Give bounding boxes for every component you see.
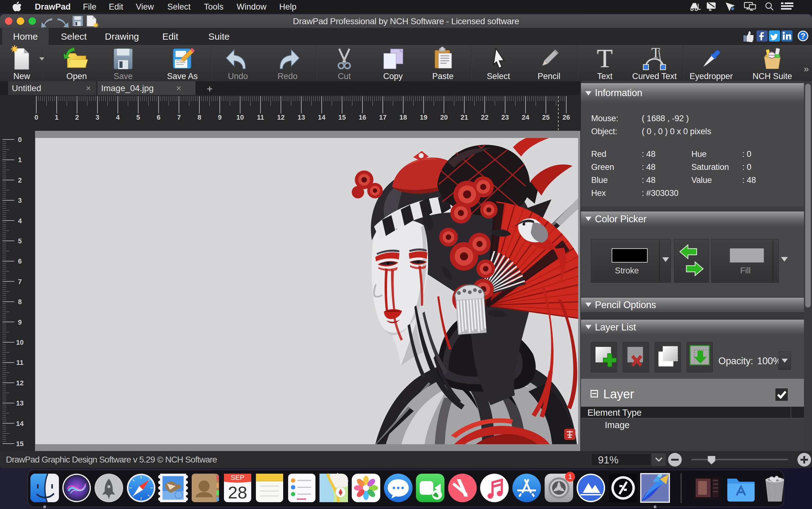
svg-text:10: 10 (16, 339, 24, 346)
svg-text:15: 15 (338, 113, 346, 121)
svg-text:16: 16 (359, 113, 366, 121)
svg-text:91%: 91% (598, 454, 618, 466)
svg-text:2: 2 (75, 113, 79, 121)
svg-text:21: 21 (461, 113, 468, 121)
svg-text:22: 22 (481, 113, 488, 121)
svg-text:9: 9 (18, 318, 22, 326)
svg-text:T: T (651, 45, 660, 61)
svg-text:18: 18 (399, 113, 407, 121)
svg-text:14: 14 (318, 113, 326, 121)
svg-text:11: 11 (257, 113, 264, 121)
svg-text:0: 0 (18, 136, 22, 143)
svg-text:T: T (597, 45, 613, 73)
svg-text:3: 3 (18, 197, 22, 204)
svg-text:14: 14 (16, 420, 24, 428)
svg-text:6: 6 (157, 113, 160, 121)
svg-text:17: 17 (379, 113, 386, 121)
svg-text:19: 19 (420, 113, 427, 121)
svg-text:4: 4 (116, 113, 120, 121)
svg-text:12: 12 (277, 113, 284, 121)
svg-text:3: 3 (96, 113, 99, 121)
svg-text:28: 28 (228, 483, 247, 502)
svg-text:9: 9 (218, 113, 222, 121)
svg-text:20: 20 (440, 113, 448, 121)
svg-text:1: 1 (18, 156, 22, 164)
svg-text:10: 10 (236, 113, 244, 121)
svg-text:24: 24 (522, 113, 529, 121)
svg-text:1: 1 (55, 113, 59, 121)
svg-text:?: ? (801, 32, 805, 40)
svg-text:8: 8 (198, 113, 201, 121)
svg-text:12: 12 (16, 379, 24, 387)
svg-text:4: 4 (18, 217, 22, 225)
svg-text:7: 7 (177, 113, 181, 121)
svg-text:SEP: SEP (231, 474, 245, 481)
svg-text:5: 5 (136, 113, 140, 121)
svg-text:3D: 3D (339, 491, 343, 495)
svg-text:6: 6 (18, 257, 22, 265)
svg-text:1: 1 (568, 473, 572, 480)
svg-text:25: 25 (542, 113, 550, 121)
svg-text:0: 0 (34, 113, 38, 121)
svg-text:13: 13 (16, 399, 24, 407)
svg-text:23: 23 (501, 113, 509, 121)
svg-text:11: 11 (16, 359, 23, 366)
svg-text:13: 13 (297, 113, 305, 121)
svg-text:7: 7 (18, 278, 22, 285)
svg-text:15: 15 (16, 440, 24, 448)
svg-text:5: 5 (18, 237, 22, 245)
svg-text:8: 8 (18, 298, 22, 306)
svg-text:26: 26 (562, 113, 570, 121)
svg-text:2: 2 (18, 176, 22, 184)
